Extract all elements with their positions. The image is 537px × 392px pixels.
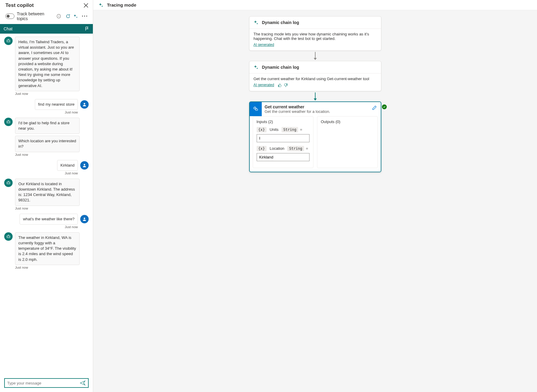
user-avatar xyxy=(80,100,89,109)
svg-point-3 xyxy=(84,103,85,104)
action-title: Get current weather xyxy=(265,104,369,109)
bot-avatar xyxy=(4,37,13,45)
svg-rect-12 xyxy=(7,236,10,238)
card-head: Dynamic chain log xyxy=(249,17,381,29)
message-input[interactable] xyxy=(7,381,80,385)
timestamp: Just now xyxy=(4,171,78,175)
svg-point-11 xyxy=(84,218,85,219)
svg-point-10 xyxy=(9,182,9,183)
timestamp: Just now xyxy=(15,153,89,156)
timestamp: Just now xyxy=(15,207,89,210)
param-location: {x}LocationString= xyxy=(257,146,310,161)
close-icon[interactable] xyxy=(83,3,89,8)
thumbs-down-icon[interactable] xyxy=(284,83,288,87)
param-type: String xyxy=(282,127,298,132)
bot-message: Hello, I'm Tailwind Traders, a virtual a… xyxy=(15,37,80,91)
param-type: String xyxy=(287,146,304,151)
user-avatar xyxy=(80,161,89,170)
svg-rect-8 xyxy=(7,182,10,184)
inputs-title: Inputs (2) xyxy=(257,119,310,124)
timestamp: Just now xyxy=(4,225,78,229)
card-title: Dynamic chain log xyxy=(262,65,299,70)
inputs-col: Inputs (2) {x}UnitsString={x}LocationStr… xyxy=(253,116,313,168)
svg-point-1 xyxy=(8,41,8,41)
card-head: Dynamic chain log xyxy=(249,61,381,74)
sparkle-icon xyxy=(254,20,258,25)
message-row: Hello, I'm Tailwind Traders, a virtual a… xyxy=(4,37,89,91)
svg-point-14 xyxy=(9,236,9,237)
user-message: find my nearest store xyxy=(35,99,78,110)
bot-message: Which location are you interested in? xyxy=(15,136,80,152)
more-icon[interactable]: ··· xyxy=(81,14,89,18)
bot-avatar xyxy=(4,179,13,187)
refresh-icon[interactable] xyxy=(66,14,71,19)
test-copilot-panel: Test copilot Track between topics i ··· … xyxy=(0,0,93,392)
timestamp: Just now xyxy=(4,110,78,114)
card-text: The tracing mode lets you view how dynam… xyxy=(254,32,377,41)
variable-badge: {x} xyxy=(257,146,267,151)
bot-message: I'd be glad to help find a store near yo… xyxy=(15,118,80,134)
io-grid: Inputs (2) {x}UnitsString={x}LocationStr… xyxy=(250,116,381,172)
chain-log-card[interactable]: Dynamic chain log The tracing mode lets … xyxy=(249,16,381,51)
param-value-input[interactable] xyxy=(257,153,310,161)
user-message: what's the weather like there? xyxy=(20,214,78,225)
param-name: Location xyxy=(268,146,286,151)
outputs-title: Outputs (0) xyxy=(321,119,374,124)
chat-tab: Chat xyxy=(0,24,93,34)
message-row: I'd be glad to help find a store near yo… xyxy=(4,118,89,152)
timestamp: Just now xyxy=(15,92,89,95)
track-topics-label: Track between topics xyxy=(17,11,54,21)
card-title: Dynamic chain log xyxy=(262,20,299,25)
info-icon[interactable]: i xyxy=(57,14,61,18)
panel-title: Test copilot xyxy=(5,2,34,8)
chat-input-row xyxy=(4,378,89,388)
sparkle-icon xyxy=(99,3,103,8)
tracing-panel: Tracing mode Dynamic chain log The traci… xyxy=(93,0,537,392)
action-card-weather[interactable]: Get current weather Get the current weat… xyxy=(249,101,381,172)
right-header: Tracing mode xyxy=(93,0,537,10)
ai-generated-link[interactable]: AI generated xyxy=(254,83,274,87)
svg-point-15 xyxy=(254,107,256,109)
equals-sign: = xyxy=(299,127,303,132)
sparkle-icon xyxy=(254,65,258,70)
svg-point-5 xyxy=(8,122,8,122)
left-toolbar: Track between topics i ··· xyxy=(0,10,93,24)
chat-body[interactable]: Hello, I'm Tailwind Traders, a virtual a… xyxy=(0,34,93,376)
bot-avatar xyxy=(4,232,13,241)
action-icon-box xyxy=(250,102,262,116)
user-avatar xyxy=(80,215,89,223)
sparkle-icon[interactable] xyxy=(73,14,78,19)
flag-icon[interactable] xyxy=(84,26,89,31)
arrow-connector xyxy=(315,52,316,60)
action-subtitle: Get the current weather for a location. xyxy=(265,109,369,114)
svg-point-13 xyxy=(8,236,8,237)
svg-point-9 xyxy=(8,182,8,183)
param-name: Units xyxy=(268,127,280,132)
bot-avatar xyxy=(4,118,13,126)
send-icon[interactable] xyxy=(80,380,86,386)
left-header: Test copilot xyxy=(0,0,93,10)
track-topics-toggle[interactable] xyxy=(5,14,14,19)
outputs-col: Outputs (0) xyxy=(317,116,378,168)
message-row: find my nearest store xyxy=(4,99,89,110)
right-header-title: Tracing mode xyxy=(107,2,136,8)
canvas[interactable]: Dynamic chain log The tracing mode lets … xyxy=(93,10,537,392)
svg-point-2 xyxy=(9,41,9,41)
message-row: The weather in Kirkland, WA is currently… xyxy=(4,232,89,265)
weather-icon xyxy=(253,106,259,112)
user-message: Kirkland xyxy=(57,160,78,171)
card-body: The tracing mode lets you view how dynam… xyxy=(249,29,381,50)
edit-icon[interactable] xyxy=(372,105,377,110)
bot-message: The weather in Kirkland, WA is currently… xyxy=(15,232,80,265)
bot-message: Our Kirkland is located in downtown Kirk… xyxy=(15,179,80,206)
thumbs-up-icon[interactable] xyxy=(278,83,282,87)
card-text: Get the current weather for Kirkland usi… xyxy=(254,77,377,81)
svg-rect-4 xyxy=(7,121,10,123)
param-units: {x}UnitsString= xyxy=(257,127,310,142)
check-icon xyxy=(383,105,386,108)
chain-log-card[interactable]: Dynamic chain log Get the current weathe… xyxy=(249,61,381,91)
param-value-input[interactable] xyxy=(257,134,310,142)
ai-generated-link[interactable]: AI generated xyxy=(254,43,274,47)
svg-point-7 xyxy=(84,164,85,165)
message-row: what's the weather like there? xyxy=(4,214,89,225)
